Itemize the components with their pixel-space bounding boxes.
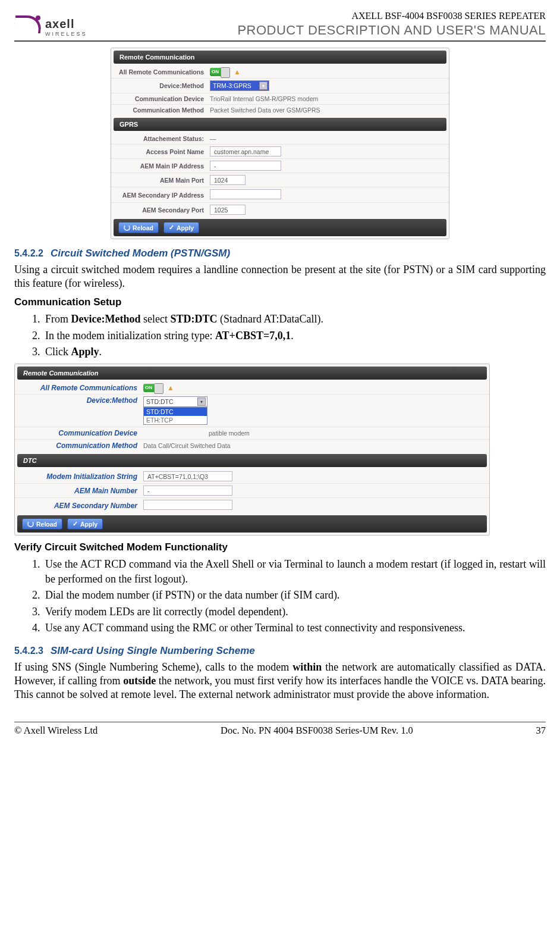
verify-step-1: Use the ACT RCD command via the Axell Sh… [43,557,546,586]
section-bar-remote-comm: Remote Communication [114,51,446,64]
toggle-all-remote-comm-2[interactable]: ON [143,384,163,392]
label-main-port: AEM Main Port [115,177,210,184]
value-attach-status: — [210,135,216,142]
reload-button-label: Reload [133,224,153,231]
comm-setup-steps: From Device:Method select STD:DTC (Stadn… [14,312,546,359]
label-sec-ip: AEM Secondary IP Address [115,192,210,199]
input-main-ip[interactable]: - [210,161,281,171]
reload-button[interactable]: Reload [118,222,159,233]
label-comm-device: Communication Device [115,95,210,102]
heading-comm-setup: Communication Setup [14,296,546,308]
label-main-ip: AEM Main IP Address [115,162,210,170]
value-comm-device-2: patible modem [143,430,250,437]
label-main-number: AEM Main Number [18,487,143,495]
label-attach-status: Attachement Status: [115,135,210,142]
verify-step-3: Verify modem LEDs are lit correctly (mod… [43,605,546,619]
input-init-string[interactable]: AT+CBST=71,0,1;\Q3 [143,471,232,481]
footer-copyright: © Axell Wireless Ltd [14,725,97,737]
section-54223-body: If using SNS (Single Numbering Scheme), … [14,660,546,702]
chevron-down-icon: ▾ [259,82,268,90]
label-apn: Access Point Name [115,148,210,155]
section-bar-dtc: DTC [17,454,487,467]
reload-icon [124,224,130,231]
value-comm-method: Packet Switched Data over GSM/GPRS [210,107,320,114]
brand-subtext: WIRELESS [45,31,87,37]
input-main-number[interactable]: - [143,486,232,496]
reload-button-2[interactable]: Reload [22,518,62,530]
section-number-54222: 5.4.2.2 [14,248,43,258]
warning-icon-2: ▲ [167,384,174,392]
select-device-method-2-value: STD:DTC [146,398,174,405]
section-number-54223: 5.4.2.3 [14,646,43,656]
step-3: Click Apply. [43,345,546,359]
apply-button-2-label: Apply [80,521,97,528]
select-device-method-value: TRM-3:GPRS [213,82,251,89]
section-bar-gprs: GPRS [114,118,446,131]
input-apn[interactable]: customer.apn.name [210,146,281,156]
section-title-54223: SIM-card Using Single Numbering Scheme [51,645,255,656]
footer-page-number: 37 [536,725,546,737]
screenshot-remote-comm-dtc: Remote Communication All Remote Communic… [14,364,490,536]
reload-icon-2 [27,521,34,527]
button-bar-2: Reload ✓Apply [17,515,487,533]
dropdown-device-method: STD:DTC ETH:TCP [143,407,207,425]
reload-button-2-label: Reload [36,521,57,528]
heading-verify: Verify Circuit Switched Modem Functional… [14,541,546,553]
header-model-line: AXELL BSF-4004 BSF0038 SERIES REPEATER [237,11,546,21]
select-device-method-2[interactable]: STD:DTC ▾ [143,396,207,407]
label-comm-device-2: Communication Device [18,429,143,437]
label-device-method: Device:Method [115,82,210,89]
apply-button-label: Apply [177,224,194,231]
apply-button[interactable]: ✓Apply [163,222,199,233]
header-product-line: PRODUCT DESCRIPTION AND USER'S MANUAL [237,23,546,38]
brand-name: axell [45,17,87,31]
dropdown-option-ethtcp[interactable]: ETH:TCP [144,416,207,424]
page-footer: © Axell Wireless Ltd Doc. No. PN 4004 BS… [14,722,546,737]
label-sec-number: AEM Secondary Number [18,502,143,510]
dropdown-option-stddtc[interactable]: STD:DTC [144,408,207,416]
brand-logo: axell WIRELESS [14,15,87,38]
check-icon: ✓ [169,224,174,231]
label-comm-method-2: Communication Method [18,441,143,450]
label-all-remote-comm-2: All Remote Communications [18,384,143,392]
warning-icon: ▲ [234,68,241,76]
input-sec-port[interactable]: 1025 [210,205,246,215]
input-sec-number[interactable] [143,500,232,510]
logo-mark-icon [14,15,42,38]
label-device-method-2: Device:Method [18,396,143,405]
label-sec-port: AEM Secondary Port [115,206,210,214]
step-2: In the modem initialization string type:… [43,328,546,343]
step-1: From Device:Method select STD:DTC (Stadn… [43,312,546,326]
page-header: axell WIRELESS AXELL BSF-4004 BSF0038 SE… [14,11,546,42]
chevron-down-icon-2: ▾ [197,397,206,406]
input-main-port[interactable]: 1024 [210,175,246,185]
verify-step-2: Dial the modem number (if PSTN) or the d… [43,588,546,602]
value-comm-device: TrioRail Internal GSM-R/GPRS modem [210,95,318,102]
input-sec-ip[interactable] [210,189,281,199]
toggle-all-remote-comm[interactable]: ON [210,68,230,76]
verify-steps: Use the ACT RCD command via the Axell Sh… [14,557,546,635]
check-icon-2: ✓ [73,520,78,528]
value-comm-method-2: Data Call/Circuit Switched Data [143,442,230,449]
screenshot-remote-comm-gprs: Remote Communication All Remote Communic… [111,48,449,239]
verify-step-4: Use any ACT command using the RMC or oth… [43,621,546,635]
label-all-remote-comm: All Remote Communications [115,68,210,76]
apply-button-2[interactable]: ✓Apply [67,518,103,530]
footer-docnum: Doc. No. PN 4004 BSF0038 Series-UM Rev. … [221,725,413,737]
button-bar: Reload ✓Apply [114,219,446,236]
section-bar-remote-comm-2: Remote Communication [17,367,487,380]
section-54222-intro: Using a circuit switched modem requires … [14,263,546,290]
label-comm-method: Communication Method [115,107,210,114]
label-init-string: Modem Initialization String [18,472,143,481]
section-title-54222: Circuit Switched Modem (PSTN/GSM) [51,248,230,259]
select-device-method[interactable]: TRM-3:GPRS ▾ [210,80,269,91]
